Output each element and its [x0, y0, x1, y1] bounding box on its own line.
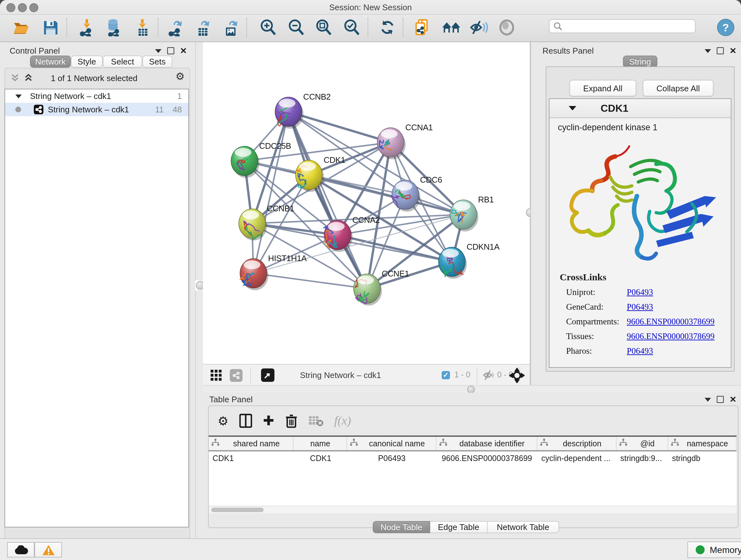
- network-from-selection-button[interactable]: [412, 17, 433, 38]
- search-input[interactable]: [562, 21, 686, 31]
- current-network-bullet-icon: [15, 107, 21, 112]
- search-field[interactable]: [549, 19, 696, 33]
- networks-options-gear-icon[interactable]: ⚙: [176, 70, 185, 82]
- control-panel-close-icon[interactable]: ✕: [180, 48, 187, 54]
- table-row[interactable]: CDK1CDK1P064939606.ENSP00000378699cyclin…: [209, 451, 737, 465]
- tab-select[interactable]: Select: [103, 56, 142, 68]
- tab-network[interactable]: Network: [30, 56, 71, 68]
- tab-edge-table[interactable]: Edge Table: [430, 521, 488, 533]
- zoom-in-button[interactable]: [257, 17, 279, 38]
- column-header-description[interactable]: description: [537, 437, 616, 450]
- node-HIST1H1A[interactable]: HIST1H1A: [240, 253, 307, 290]
- tab-network-table[interactable]: Network Table: [488, 521, 559, 533]
- table-panel-float-icon[interactable]: [717, 396, 724, 403]
- node-CCNE1[interactable]: CCNE1: [354, 269, 409, 306]
- table-panel-close-icon[interactable]: ✕: [730, 396, 737, 402]
- column-header-shared-name[interactable]: shared name: [209, 437, 294, 450]
- tab-node-table[interactable]: Node Table: [373, 521, 430, 533]
- toggle-panel-columns-icon[interactable]: [239, 414, 252, 428]
- export-table-button[interactable]: [192, 17, 214, 38]
- export-network-button[interactable]: [165, 17, 186, 38]
- fit-content-crosshair-icon[interactable]: [509, 368, 525, 386]
- table-horizontal-scrollbar[interactable]: [209, 506, 737, 513]
- results-panel-close-icon[interactable]: ✕: [730, 48, 737, 54]
- network-canvas[interactable]: CCNB2CCNA1CDC25BCDK1CDC6RB1CCNB1CCNA2CDK…: [203, 42, 530, 364]
- tab-sets[interactable]: Sets: [142, 56, 172, 68]
- import-network-icon: [78, 18, 95, 37]
- node-CDKN1A[interactable]: CDKN1A: [439, 242, 500, 279]
- column-type-icon: [211, 439, 219, 448]
- first-neighbors-button[interactable]: [441, 17, 462, 38]
- column-header-database-identifier[interactable]: database identifier: [436, 437, 537, 450]
- table-cell[interactable]: P06493: [347, 451, 436, 465]
- network-graph[interactable]: CCNB2CCNA1CDC25BCDK1CDC6RB1CCNB1CCNA2CDK…: [203, 42, 530, 364]
- show-all-button[interactable]: [496, 17, 518, 38]
- open-session-button[interactable]: [11, 17, 32, 38]
- table-settings-gear-icon[interactable]: ⚙: [218, 414, 228, 428]
- scrollbar-thumb[interactable]: [211, 508, 264, 512]
- import-network-database-button[interactable]: [103, 17, 125, 38]
- results-panel-float-icon[interactable]: [717, 47, 724, 54]
- add-column-icon[interactable]: ✚: [263, 415, 274, 427]
- hide-selection-button[interactable]: [468, 17, 489, 38]
- column-header-name[interactable]: name: [294, 437, 347, 450]
- birdseye-grid-icon[interactable]: [211, 370, 222, 384]
- import-network-file-button[interactable]: [76, 17, 98, 38]
- column-header-canonical-name[interactable]: canonical name: [347, 437, 436, 450]
- edge-HIST1H1A-CCNE1[interactable]: [253, 273, 367, 289]
- crosslink-value-link[interactable]: 9606.ENSP00000378699: [627, 316, 715, 327]
- table-cell[interactable]: stringdb: [668, 451, 737, 465]
- results-panel-menu-icon[interactable]: [704, 49, 711, 53]
- horizontal-splitter-knob[interactable]: [467, 386, 475, 393]
- control-panel-menu-icon[interactable]: [155, 49, 161, 53]
- save-session-button[interactable]: [40, 17, 61, 38]
- function-builder-icon[interactable]: f(x): [334, 414, 351, 428]
- zoom-fit-button[interactable]: [313, 17, 334, 38]
- crosslink-value-link[interactable]: P06493: [627, 302, 653, 312]
- network-row-selected[interactable]: String Network – cdk1 11 48: [5, 103, 188, 116]
- hidden-eye-slash-icon[interactable]: [482, 370, 495, 383]
- import-table-file-button[interactable]: [131, 17, 153, 38]
- node-RB1[interactable]: RB1: [450, 195, 494, 232]
- memory-button[interactable]: Memory: [687, 542, 741, 558]
- delete-column-trash-icon[interactable]: [285, 414, 297, 428]
- expand-all-networks-icon[interactable]: [23, 73, 33, 85]
- node-CCNA1[interactable]: CCNA1: [377, 123, 433, 159]
- export-image-button[interactable]: [220, 17, 242, 38]
- table-cell[interactable]: stringdb:9...: [616, 451, 668, 465]
- zoom-out-button[interactable]: [285, 17, 307, 38]
- tab-style[interactable]: Style: [71, 56, 103, 68]
- string-panel-icon[interactable]: [230, 369, 243, 382]
- open-in-window-icon[interactable]: [261, 368, 274, 382]
- table-cell[interactable]: CDK1: [209, 451, 294, 465]
- table-cell[interactable]: 9606.ENSP00000378699: [436, 451, 537, 465]
- crosslink-value-link[interactable]: 9606.ENSP00000378699: [627, 331, 715, 341]
- control-panel-float-icon[interactable]: [167, 47, 174, 54]
- collapse-all-networks-icon[interactable]: [10, 73, 20, 85]
- help-button[interactable]: ?: [715, 17, 737, 38]
- column-header-namespace[interactable]: namespace: [668, 437, 737, 450]
- node-CCNB2[interactable]: CCNB2: [275, 92, 331, 129]
- save-floppy-icon: [43, 19, 58, 36]
- column-header--id[interactable]: @id: [616, 437, 668, 450]
- cloud-button[interactable]: [7, 542, 35, 557]
- expand-all-button[interactable]: Expand All: [569, 80, 636, 97]
- collection-expander-icon[interactable]: [15, 94, 22, 98]
- selected-nodes-checkbox[interactable]: ✓: [442, 371, 450, 379]
- zoom-selected-button[interactable]: [341, 17, 362, 38]
- network-collection-row[interactable]: String Network – cdk1 1: [5, 89, 188, 103]
- delete-table-icon[interactable]: [308, 415, 323, 427]
- warning-button[interactable]: [35, 542, 62, 557]
- table-cell[interactable]: cyclin-dependent ...: [537, 451, 616, 465]
- edge-CCNB2-CCNA1[interactable]: [288, 112, 391, 142]
- crosslink-value-link[interactable]: P06493: [627, 346, 653, 356]
- table-panel-menu-icon[interactable]: [704, 397, 711, 401]
- tab-string[interactable]: String: [623, 56, 657, 68]
- table-cell[interactable]: CDK1: [294, 451, 347, 465]
- crosslink-value-link[interactable]: P06493: [627, 287, 653, 297]
- refresh-icon: [379, 19, 396, 36]
- collapse-all-button[interactable]: Collapse All: [643, 80, 714, 97]
- cdk1-expander-icon[interactable]: [569, 106, 576, 111]
- column-label: database identifier: [450, 439, 534, 448]
- apply-layout-button[interactable]: [377, 17, 398, 38]
